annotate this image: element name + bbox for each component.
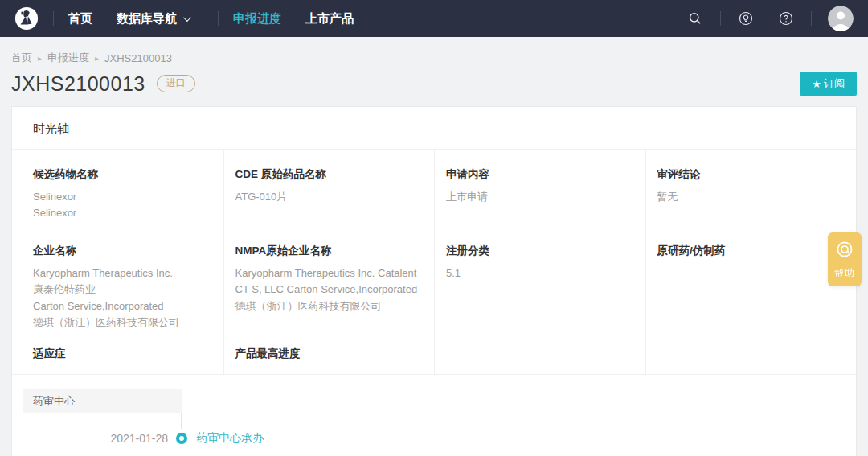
breadcrumb-current: JXHS2100013 <box>104 52 172 64</box>
main-nav: 首页 数据库导航 申报进度 上市产品 <box>68 11 378 27</box>
nav-right-tools <box>675 6 854 31</box>
field-candidate-drug-name: 候选药物名称 Selinexor Selinexor <box>12 150 223 226</box>
nav-separator <box>218 11 219 26</box>
breadcrumb-separator-icon: ▸ <box>38 54 42 63</box>
star-icon: ★ <box>812 78 821 90</box>
timeline-entry-date: 2021-01-28 <box>23 432 168 445</box>
breadcrumb-home[interactable]: 首页 <box>11 51 32 65</box>
nav-separator <box>811 11 812 26</box>
user-avatar[interactable] <box>828 6 854 31</box>
tab-drug-review-center[interactable]: 药审中心 <box>23 389 182 413</box>
nav-separator <box>720 11 721 26</box>
timeline-dot-icon <box>176 433 187 444</box>
page-header: JXHS2100013 进口 ★ 订阅 <box>0 65 868 96</box>
nav-item-database[interactable]: 数据库导航 <box>117 11 189 27</box>
timeline-entry: 2021-01-28 药审中心承办 <box>23 431 845 446</box>
timeline-entry-event[interactable]: 药审中心承办 <box>196 431 264 446</box>
import-badge: 进口 <box>157 75 195 92</box>
empty-cell <box>434 335 645 374</box>
help-icon[interactable] <box>777 10 795 27</box>
breadcrumb: 首页 ▸ 申报进度 ▸ JXHS2100013 <box>0 37 868 65</box>
breadcrumb-progress[interactable]: 申报进度 <box>47 51 89 65</box>
empty-cell <box>645 335 857 374</box>
help-badge-icon <box>835 240 854 259</box>
timeline-tab-row: 药审中心 <box>23 389 845 413</box>
timeline-card: 时光轴 候选药物名称 Selinexor Selinexor CDE 原始药品名… <box>11 106 857 456</box>
field-company-name: 企业名称 Karyopharm Therapeutics Inc. 康泰伦特药业… <box>12 226 223 335</box>
help-float-label: 帮助 <box>828 266 862 280</box>
app-logo-icon[interactable] <box>14 6 39 31</box>
subscribe-button[interactable]: ★ 订阅 <box>800 72 857 96</box>
nav-item-progress[interactable]: 申报进度 <box>233 11 281 27</box>
field-registration-category: 注册分类 5.1 <box>434 226 645 335</box>
page-title: JXHS2100013 <box>11 72 145 96</box>
field-application-content: 申请内容 上市申请 <box>434 150 645 226</box>
field-cde-original-name: CDE 原始药品名称 ATG-010片 <box>223 150 435 226</box>
field-max-progress: 产品最高进度 <box>223 335 435 374</box>
lightbulb-icon[interactable] <box>737 10 755 27</box>
tab-underline <box>182 413 845 413</box>
breadcrumb-separator-icon: ▸ <box>95 54 99 63</box>
field-nmpa-original-company: NMPA原始企业名称 Karyopharm Therapeutics Inc. … <box>223 226 435 335</box>
search-icon[interactable] <box>686 10 704 27</box>
field-original-or-generic: 原研药/仿制药 <box>645 226 857 335</box>
timeline-section: 药审中心 2021-01-28 药审中心承办 <box>12 375 856 456</box>
nav-item-products[interactable]: 上市产品 <box>305 11 354 27</box>
nav-separator <box>53 11 54 26</box>
nav-item-home[interactable]: 首页 <box>68 11 92 27</box>
help-float-button[interactable]: 帮助 <box>828 232 862 286</box>
drug-info-grid: 候选药物名称 Selinexor Selinexor CDE 原始药品名称 AT… <box>12 150 856 375</box>
card-title: 时光轴 <box>12 107 856 150</box>
top-navbar: 首页 数据库导航 申报进度 上市产品 <box>0 0 868 37</box>
timeline-connector-line <box>181 413 182 429</box>
field-review-conclusion: 审评结论 暂无 <box>645 150 857 226</box>
field-indication: 适应症 <box>12 335 223 374</box>
chevron-down-icon <box>183 14 191 22</box>
